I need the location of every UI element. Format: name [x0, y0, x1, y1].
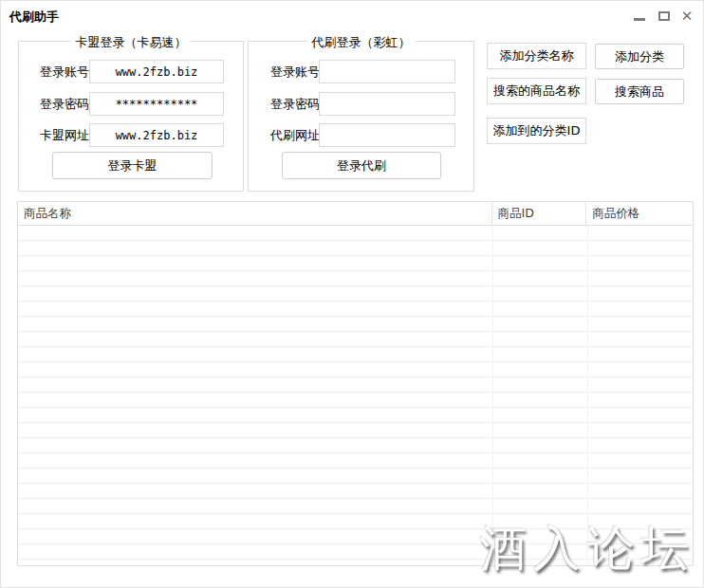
kamen-account-label: 登录账号 — [40, 60, 89, 83]
app-window: 代刷助手 ✕ 卡盟登录（卡易速） 登录账号 登录密码 卡盟网址 登录卡盟 代刷登… — [0, 0, 704, 588]
daishua-password-input[interactable] — [319, 92, 455, 116]
daishua-group-title: 代刷登录（彩虹） — [307, 34, 416, 51]
table-row — [18, 529, 693, 544]
daishua-login-group: 代刷登录（彩虹） 登录账号 登录密码 代刷网址 登录代刷 — [248, 41, 474, 192]
table-row — [18, 514, 693, 529]
daishua-url-label: 代刷网址 — [270, 123, 320, 147]
minimize-button[interactable] — [631, 7, 648, 26]
add-category-button[interactable]: 添加分类 — [595, 44, 684, 69]
table-row — [18, 393, 693, 408]
table-row — [18, 484, 693, 499]
table-row — [18, 226, 693, 241]
daishua-account-label: 登录账号 — [270, 60, 320, 83]
table-row — [18, 286, 693, 302]
table-row — [18, 271, 693, 286]
column-divider — [492, 226, 493, 565]
table-row — [18, 256, 693, 271]
column-header-product-id[interactable]: 商品ID — [491, 202, 586, 225]
column-header-product-price[interactable]: 商品价格 — [585, 202, 693, 225]
kamen-login-group: 卡盟登录（卡易速） 登录账号 登录密码 卡盟网址 登录卡盟 — [18, 41, 244, 192]
table-row — [18, 377, 693, 393]
table-row — [18, 362, 693, 377]
table-row — [18, 499, 693, 514]
table-row — [18, 453, 693, 469]
column-divider — [587, 226, 588, 565]
table-row — [18, 544, 693, 560]
kamen-group-title: 卡盟登录（卡易速） — [71, 34, 192, 51]
kamen-password-input[interactable] — [89, 92, 224, 116]
maximize-icon — [658, 11, 670, 21]
table-body[interactable] — [18, 226, 693, 565]
product-table: 商品名称 商品ID 商品价格 — [17, 201, 694, 566]
kamen-login-button[interactable]: 登录卡盟 — [52, 152, 213, 179]
search-product-button[interactable]: 搜索商品 — [595, 79, 684, 104]
table-row — [18, 302, 693, 317]
kamen-password-label: 登录密码 — [40, 92, 89, 116]
daishua-login-button[interactable]: 登录代刷 — [282, 152, 441, 179]
table-row — [18, 317, 693, 332]
kamen-account-input[interactable] — [89, 60, 224, 83]
table-header: 商品名称 商品ID 商品价格 — [18, 202, 693, 226]
daishua-account-input[interactable] — [319, 60, 455, 83]
daishua-password-label: 登录密码 — [270, 92, 320, 116]
table-row — [18, 423, 693, 438]
add-category-name-input[interactable] — [487, 43, 586, 69]
table-row — [18, 347, 693, 362]
kamen-url-label: 卡盟网址 — [40, 123, 89, 147]
column-header-product-name[interactable]: 商品名称 — [18, 202, 491, 225]
table-row — [18, 469, 693, 484]
close-icon: ✕ — [681, 9, 694, 24]
window-title: 代刷助手 — [9, 9, 59, 26]
add-to-category-id-input[interactable] — [487, 118, 586, 144]
table-row — [18, 438, 693, 453]
table-row — [18, 241, 693, 256]
table-row — [18, 560, 693, 565]
close-button[interactable]: ✕ — [678, 7, 695, 26]
kamen-url-input[interactable] — [89, 123, 224, 147]
search-product-name-input[interactable] — [487, 78, 586, 104]
table-row — [18, 408, 693, 423]
daishua-url-input[interactable] — [319, 123, 455, 147]
table-row — [18, 332, 693, 347]
minimize-icon — [634, 18, 645, 21]
maximize-button[interactable] — [656, 7, 673, 26]
